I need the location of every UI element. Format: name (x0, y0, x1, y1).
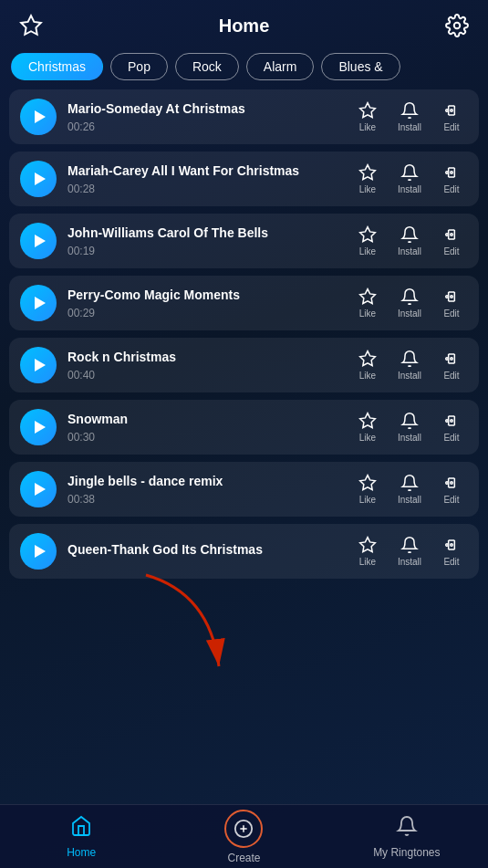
tab-alarm[interactable]: Alarm (246, 53, 315, 80)
list-item: Snowman 00:30 Like Install Edit (9, 400, 479, 455)
edit-button[interactable]: Edit (435, 474, 468, 505)
song-info: John-Williams Carol Of The Bells 00:19 (67, 225, 340, 256)
install-button[interactable]: Install (393, 288, 426, 319)
like-button[interactable]: Like (351, 350, 384, 381)
like-button[interactable]: Like (351, 163, 384, 194)
song-title: John-Williams Carol Of The Bells (67, 225, 340, 241)
song-info: Queen-Thank God Its Christmas (67, 541, 340, 560)
like-label: Like (359, 184, 376, 194)
edit-label: Edit (443, 495, 459, 505)
play-button[interactable] (20, 471, 57, 507)
install-button[interactable]: Install (393, 536, 426, 567)
edit-label: Edit (443, 557, 459, 567)
tab-blues[interactable]: Blues & (321, 53, 400, 80)
svg-marker-44 (360, 476, 376, 490)
song-title: Mariah-Carey All I Want For Christmas (67, 162, 340, 179)
list-item: Queen-Thank God Its Christmas Like Insta… (9, 524, 479, 579)
bottom-navigation: Home Create My Ringtones (0, 804, 488, 868)
edit-label: Edit (443, 246, 459, 256)
svg-marker-16 (360, 227, 376, 242)
song-info: Mario-Someday At Christmas 00:26 (67, 100, 340, 132)
list-item: Perry-Como Magic Moments 00:29 Like Inst… (9, 276, 479, 330)
song-title: Mario-Someday At Christmas (67, 100, 340, 117)
song-duration: 00:40 (67, 369, 340, 382)
edit-button[interactable]: Edit (435, 350, 468, 381)
song-duration: 00:38 (67, 493, 340, 506)
svg-point-10 (446, 172, 449, 174)
nav-create[interactable]: Create (162, 802, 325, 869)
install-button[interactable]: Install (393, 412, 426, 443)
install-button[interactable]: Install (393, 225, 426, 256)
create-label: Create (227, 852, 260, 864)
play-button[interactable] (20, 409, 57, 445)
list-item: Rock n Christmas 00:40 Like Install Edit (9, 338, 479, 392)
like-label: Like (359, 309, 376, 319)
install-button[interactable]: Install (393, 101, 426, 132)
edit-button[interactable]: Edit (435, 163, 468, 194)
edit-button[interactable]: Edit (435, 412, 468, 443)
like-button[interactable]: Like (351, 288, 384, 319)
play-button[interactable] (20, 161, 57, 197)
list-item: Mariah-Carey All I Want For Christmas 00… (9, 152, 479, 206)
svg-point-17 (446, 234, 449, 236)
song-title: Jingle bells - dance remix (67, 473, 340, 489)
like-button[interactable]: Like (351, 225, 384, 256)
like-button[interactable]: Like (351, 101, 384, 132)
nav-home[interactable]: Home (0, 808, 162, 866)
svg-point-18 (451, 234, 453, 236)
edit-button[interactable]: Edit (435, 225, 468, 256)
install-button[interactable]: Install (393, 474, 426, 505)
song-title: Perry-Como Magic Moments (67, 287, 340, 303)
list-item: John-Williams Carol Of The Bells 00:19 L… (9, 214, 479, 268)
song-info: Rock n Christmas 00:40 (67, 349, 340, 381)
song-actions: Like Install Edit (351, 225, 468, 256)
song-duration: 00:28 (67, 183, 340, 195)
nav-my-ringtones[interactable]: My Ringtones (326, 808, 488, 866)
list-item: Mario-Someday At Christmas 00:26 Like In… (9, 89, 479, 144)
page-title: Home (219, 16, 270, 37)
install-label: Install (398, 246, 421, 256)
like-label: Like (359, 122, 376, 132)
like-button[interactable]: Like (351, 412, 384, 443)
svg-point-38 (446, 420, 449, 423)
create-icon (224, 810, 263, 848)
play-button[interactable] (20, 223, 57, 259)
svg-point-4 (451, 110, 453, 112)
play-button[interactable] (20, 533, 57, 570)
play-button[interactable] (20, 99, 57, 135)
song-info: Perry-Como Magic Moments 00:29 (67, 287, 340, 319)
tab-christmas[interactable]: Christmas (11, 53, 103, 80)
tab-rock[interactable]: Rock (175, 53, 239, 80)
install-button[interactable]: Install (393, 350, 426, 381)
song-title: Rock n Christmas (67, 349, 340, 365)
song-info: Jingle bells - dance remix 00:38 (67, 473, 340, 505)
song-duration: 00:29 (67, 307, 340, 319)
like-button[interactable]: Like (351, 536, 384, 567)
song-list: Mario-Someday At Christmas 00:26 Like In… (0, 89, 488, 795)
svg-marker-0 (21, 16, 41, 35)
install-label: Install (398, 495, 421, 505)
install-button[interactable]: Install (393, 163, 426, 194)
svg-point-45 (446, 482, 449, 485)
svg-point-32 (451, 358, 453, 361)
edit-button[interactable]: Edit (435, 101, 468, 132)
svg-marker-9 (360, 165, 376, 180)
like-button[interactable]: Like (351, 474, 384, 505)
play-button[interactable] (20, 347, 57, 383)
like-label: Like (359, 246, 376, 256)
edit-label: Edit (443, 184, 459, 194)
song-info: Mariah-Carey All I Want For Christmas 00… (67, 162, 340, 194)
edit-button[interactable]: Edit (435, 288, 468, 319)
like-label: Like (359, 495, 376, 505)
edit-label: Edit (443, 122, 459, 132)
category-tabs: Christmas Pop Rock Alarm Blues & (0, 47, 488, 89)
home-icon (70, 815, 92, 842)
song-info: Snowman 00:30 (67, 411, 340, 443)
edit-button[interactable]: Edit (435, 536, 468, 567)
play-button[interactable] (20, 285, 57, 321)
star-icon[interactable] (18, 13, 44, 38)
svg-point-31 (446, 358, 449, 361)
install-label: Install (398, 184, 421, 194)
settings-icon[interactable] (444, 13, 470, 38)
tab-pop[interactable]: Pop (110, 53, 168, 80)
